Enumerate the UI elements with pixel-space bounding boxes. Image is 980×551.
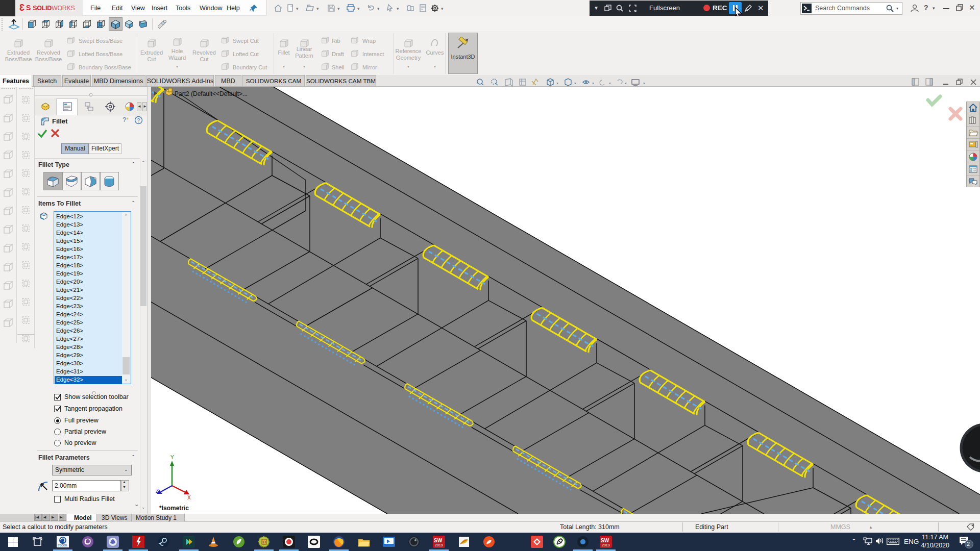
svg-text:2019: 2019: [435, 543, 443, 547]
svg-text:Z: Z: [156, 488, 159, 494]
svg-text:Part2 (Default<<Default>...: Part2 (Default<<Default>...: [175, 90, 248, 97]
svg-text:X: X: [187, 495, 191, 500]
svg-text:*Isometric: *Isometric: [159, 505, 189, 512]
svg-text:trocen: trocen: [58, 543, 67, 547]
svg-text:17: 17: [262, 540, 266, 544]
svg-text:Y: Y: [170, 455, 174, 460]
svg-text:?: ?: [137, 118, 140, 123]
svg-text:SW: SW: [601, 538, 609, 543]
svg-text:SW: SW: [434, 538, 443, 543]
svg-text:2019: 2019: [602, 543, 610, 547]
